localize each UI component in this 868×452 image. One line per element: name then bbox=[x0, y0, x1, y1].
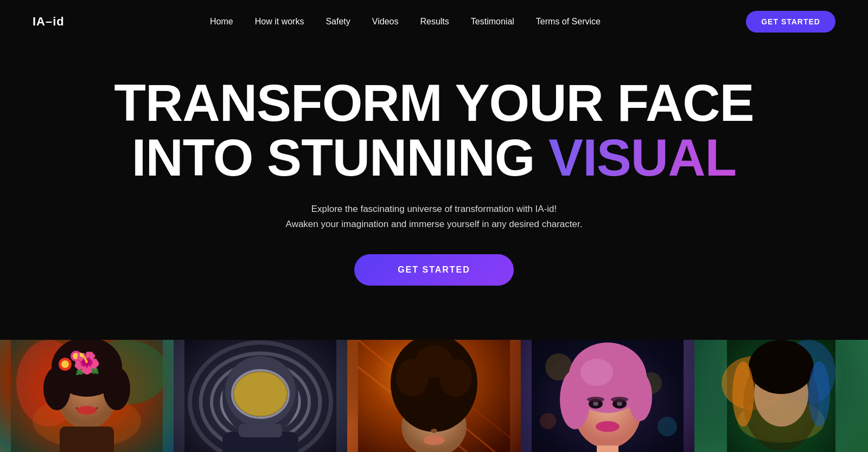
svg-point-25 bbox=[234, 372, 286, 416]
hero-get-started-button[interactable]: GET STARTED bbox=[354, 254, 514, 286]
svg-point-69 bbox=[749, 340, 814, 394]
gallery-item-2 bbox=[174, 340, 347, 452]
svg-point-7 bbox=[103, 367, 130, 410]
gallery-item-3 bbox=[347, 340, 521, 452]
hero-title-line1: TRANSFORM YOUR FACE bbox=[114, 76, 754, 131]
navbar: IA–id Home How it works Safety Videos Re… bbox=[0, 0, 868, 43]
gallery-item-1 bbox=[0, 340, 174, 452]
svg-point-40 bbox=[440, 417, 450, 425]
svg-point-57 bbox=[617, 402, 622, 406]
nav-videos[interactable]: Videos bbox=[372, 17, 399, 27]
hero-title-line2: INTO STUNNING VISUAL bbox=[132, 131, 736, 185]
svg-point-58 bbox=[587, 397, 604, 402]
gallery-item-5 bbox=[694, 340, 868, 452]
svg-point-6 bbox=[43, 367, 71, 410]
svg-rect-29 bbox=[239, 424, 282, 437]
svg-point-47 bbox=[658, 417, 677, 436]
svg-point-39 bbox=[418, 417, 428, 425]
nav-links: Home How it works Safety Videos Results … bbox=[210, 17, 601, 27]
svg-point-14 bbox=[77, 406, 97, 415]
svg-point-46 bbox=[540, 413, 556, 429]
svg-point-60 bbox=[596, 421, 620, 432]
svg-point-9 bbox=[61, 360, 69, 368]
svg-point-52 bbox=[628, 372, 652, 421]
nav-how-it-works[interactable]: How it works bbox=[255, 17, 304, 27]
nav-safety[interactable]: Safety bbox=[326, 17, 350, 27]
svg-point-10 bbox=[71, 351, 81, 361]
hero-title-highlight: VISUAL bbox=[548, 128, 736, 186]
logo[interactable]: IA–id bbox=[33, 15, 65, 29]
gallery-item-4 bbox=[521, 340, 694, 452]
svg-point-38 bbox=[415, 345, 453, 378]
svg-point-12 bbox=[71, 388, 81, 395]
svg-point-56 bbox=[593, 402, 598, 406]
svg-rect-15 bbox=[60, 427, 114, 452]
nav-get-started-button[interactable]: GET STARTED bbox=[746, 11, 835, 33]
svg-point-41 bbox=[431, 429, 437, 433]
nav-results[interactable]: Results bbox=[420, 17, 449, 27]
svg-point-71 bbox=[808, 361, 830, 427]
nav-home[interactable]: Home bbox=[210, 17, 233, 27]
svg-point-42 bbox=[423, 435, 445, 445]
svg-point-11 bbox=[73, 353, 79, 359]
svg-point-59 bbox=[611, 397, 628, 402]
svg-point-70 bbox=[732, 361, 754, 427]
nav-testimonial[interactable]: Testimonial bbox=[471, 17, 514, 27]
svg-point-13 bbox=[92, 388, 103, 395]
svg-rect-61 bbox=[597, 445, 618, 452]
hero-subtitle-line2: Awaken your imagination and immerse your… bbox=[286, 219, 583, 229]
nav-terms[interactable]: Terms of Service bbox=[536, 17, 601, 27]
gallery bbox=[0, 340, 868, 452]
hero-section: TRANSFORM YOUR FACE INTO STUNNING VISUAL… bbox=[0, 43, 868, 340]
hero-subtitle-line1: Explore the fascinating universe of tran… bbox=[311, 204, 557, 214]
hero-title-line2-before: INTO STUNNING bbox=[132, 128, 548, 186]
hero-subtitle: Explore the fascinating universe of tran… bbox=[286, 202, 583, 233]
svg-point-53 bbox=[580, 359, 613, 386]
